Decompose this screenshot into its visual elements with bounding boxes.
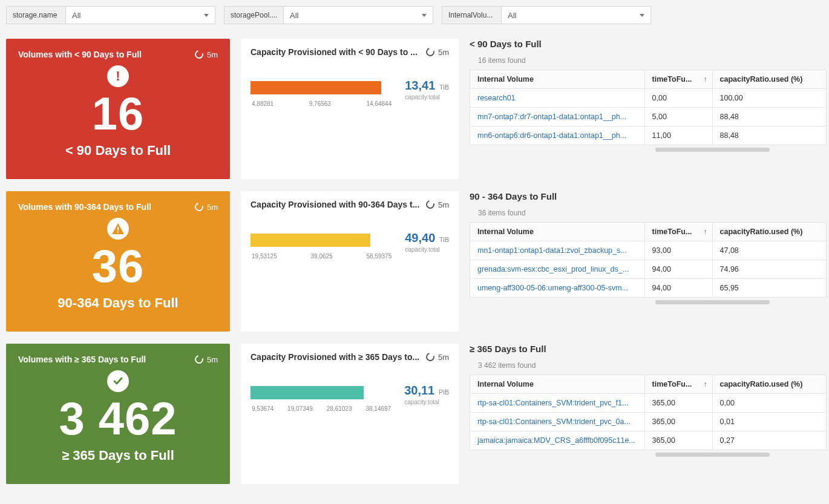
refresh-button[interactable]: 5m <box>426 353 449 362</box>
refresh-interval: 5m <box>207 355 218 364</box>
filter-storage-pool: storagePool.... All <box>224 6 433 24</box>
horizontal-scrollbar[interactable] <box>470 300 827 304</box>
card-volumes-90-364: Volumes with 90-364 Days to Full 5m 36 9… <box>6 191 230 332</box>
chart-value-block: 49,40 TiB capacity.total <box>405 231 449 253</box>
horizontal-scrollbar[interactable] <box>470 453 827 457</box>
chart-number: 13,41 <box>405 79 435 92</box>
table-row[interactable]: mn7-ontap7:dr7-ontap1-data1:ontap1__ph..… <box>470 108 827 126</box>
cell-ratio: 65,95 <box>712 279 826 298</box>
sort-asc-icon: ↑ <box>704 75 707 83</box>
table-row[interactable]: rtp-sa-cl01:Containers_SVM:trident_pvc_0… <box>470 413 827 431</box>
table-row[interactable]: research01 0,00 100,00 <box>470 89 827 108</box>
chart-unit: PiB <box>439 388 449 396</box>
volume-link[interactable]: rtp-sa-cl01:Containers_SVM:trident_pvc_f… <box>470 394 645 413</box>
col-capacity-ratio[interactable]: capacityRatio.used (%) <box>712 70 826 89</box>
volume-link[interactable]: umeng-aff300-05-06:umeng-aff300-05-svm..… <box>470 279 645 298</box>
refresh-icon <box>193 201 205 212</box>
filter-select-storage-name[interactable]: All <box>66 7 215 24</box>
filter-select-internal-volume[interactable]: All <box>502 7 650 24</box>
volume-link[interactable]: research01 <box>470 89 645 108</box>
refresh-button[interactable]: 5m <box>426 48 449 57</box>
filter-select-storage-pool[interactable]: All <box>284 7 433 24</box>
refresh-icon <box>424 46 436 57</box>
filter-label: InternalVolu... <box>442 7 502 24</box>
tick: 19,53125 <box>252 253 277 260</box>
chart-bar: 4,88281 9,76563 14,64844 <box>251 71 393 107</box>
cell-time: 0,00 <box>644 89 712 108</box>
table-row[interactable]: rtp-sa-cl01:Containers_SVM:trident_pvc_f… <box>470 394 827 413</box>
table-row[interactable]: mn1-ontap1:ontap1-data1:zvol_zbackup_s..… <box>470 241 827 260</box>
cell-ratio: 47,08 <box>712 241 826 260</box>
refresh-interval: 5m <box>438 48 449 57</box>
col-time-to-full[interactable]: timeToFu... ↑ <box>644 375 712 394</box>
tick: 4,88281 <box>252 100 274 107</box>
refresh-button[interactable]: 5m <box>426 200 449 209</box>
filters-row: storage.name All storagePool.... All Int… <box>6 6 823 24</box>
col-internal-volume[interactable]: Internal Volume <box>470 223 645 241</box>
sort-asc-icon: ↑ <box>704 227 707 236</box>
card-subtitle: ≥ 365 Days to Full <box>18 448 218 463</box>
table-row[interactable]: jamaica:jamaica:MDV_CRS_a6fffb0f095c11e.… <box>470 431 827 450</box>
table-row[interactable]: umeng-aff300-05-06:umeng-aff300-05-svm..… <box>470 279 827 298</box>
check-icon <box>107 370 129 392</box>
card-subtitle: 90-364 Days to Full <box>18 295 218 311</box>
chart-card-90-364: Capacity Provisioned with 90-364 Days t.… <box>241 191 459 332</box>
card-volumes-ge365: Volumes with ≥ 365 Days to Full 5m 3 462… <box>6 344 230 484</box>
col-time-to-full[interactable]: timeToFu... ↑ <box>644 70 712 89</box>
col-internal-volume[interactable]: Internal Volume <box>470 70 645 89</box>
col-capacity-ratio[interactable]: capacityRatio.used (%) <box>712 223 826 241</box>
tick: 14,64844 <box>367 100 392 107</box>
volume-link[interactable]: grenada:svm-esx:cbc_esxi_prod_linux_ds_.… <box>470 260 645 279</box>
refresh-button[interactable]: 5m <box>195 50 218 59</box>
tick: 9,76563 <box>309 100 331 107</box>
alert-icon: ! <box>107 65 129 87</box>
card-number: 3 462 <box>18 396 218 442</box>
card-number: 16 <box>18 91 218 137</box>
col-capacity-ratio[interactable]: capacityRatio.used (%) <box>712 375 826 394</box>
chart-title: Capacity Provisioned with ≥ 365 Days to.… <box>251 352 419 362</box>
warning-icon <box>107 218 129 240</box>
card-title: Volumes with ≥ 365 Days to Full <box>18 355 146 364</box>
horizontal-scrollbar[interactable] <box>470 148 827 152</box>
refresh-icon <box>424 351 436 362</box>
tick: 9,53674 <box>252 405 274 412</box>
card-title: Volumes with 90-364 Days to Full <box>18 202 151 212</box>
cell-ratio: 0,01 <box>712 413 826 431</box>
chart-card-lt90: Capacity Provisioned with < 90 Days to .… <box>241 39 459 179</box>
volume-link[interactable]: rtp-sa-cl01:Containers_SVM:trident_pvc_0… <box>470 413 645 431</box>
chevron-down-icon <box>204 14 209 17</box>
cell-ratio: 0,00 <box>712 394 826 413</box>
svg-rect-1 <box>117 232 119 233</box>
items-found: 16 items found <box>478 56 827 65</box>
cell-time: 11,00 <box>644 126 712 145</box>
col-internal-volume[interactable]: Internal Volume <box>470 375 645 394</box>
cell-time: 365,00 <box>644 394 712 413</box>
volume-link[interactable]: mn1-ontap1:ontap1-data1:zvol_zbackup_s..… <box>470 241 645 260</box>
volume-link[interactable]: mn7-ontap7:dr7-ontap1-data1:ontap1__ph..… <box>470 108 645 126</box>
volume-link[interactable]: mn6-ontap6:dr6-ontap1-data1:ontap1__ph..… <box>470 126 645 145</box>
chart-unit: TiB <box>439 83 449 91</box>
card-volumes-lt90: Volumes with < 90 Days to Full 5m ! 16 <… <box>6 39 230 179</box>
chart-bar: 9,53674 19,07349 28,61023 38,14697 <box>251 376 392 412</box>
volume-link[interactable]: jamaica:jamaica:MDV_CRS_a6fffb0f095c11e.… <box>470 431 645 450</box>
refresh-interval: 5m <box>438 353 449 362</box>
refresh-button[interactable]: 5m <box>195 355 218 364</box>
table-90-364: Internal Volume timeToFu... ↑ capacityRa… <box>470 222 827 298</box>
col-time-to-full[interactable]: timeToFu... ↑ <box>644 223 712 241</box>
table-title: 90 - 364 Days to Full <box>470 191 827 201</box>
chevron-down-icon <box>422 14 427 17</box>
cell-ratio: 88,48 <box>712 126 826 145</box>
refresh-button[interactable]: 5m <box>195 203 218 212</box>
refresh-icon <box>193 353 205 365</box>
cell-time: 365,00 <box>644 413 712 431</box>
table-title: ≥ 365 Days to Full <box>470 344 827 354</box>
svg-rect-0 <box>117 227 119 231</box>
items-found: 3 462 items found <box>478 361 827 370</box>
cell-ratio: 0,27 <box>712 431 826 450</box>
table-header-row: Internal Volume timeToFu... ↑ capacityRa… <box>470 70 827 89</box>
card-number: 36 <box>18 243 218 289</box>
table-row[interactable]: grenada:svm-esx:cbc_esxi_prod_linux_ds_.… <box>470 260 827 279</box>
chart-card-ge365: Capacity Provisioned with ≥ 365 Days to.… <box>241 344 459 484</box>
refresh-interval: 5m <box>207 50 218 59</box>
table-row[interactable]: mn6-ontap6:dr6-ontap1-data1:ontap1__ph..… <box>470 126 827 145</box>
